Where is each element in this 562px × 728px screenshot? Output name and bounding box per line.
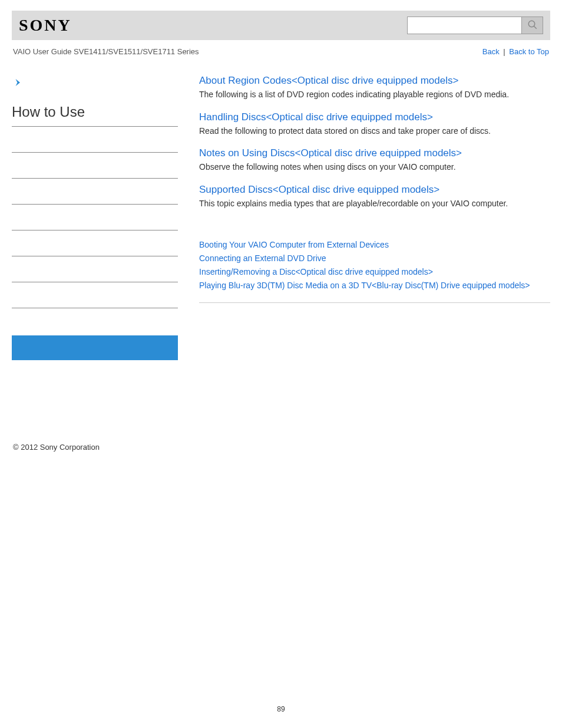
search-icon — [527, 19, 538, 32]
back-link[interactable]: Back — [482, 47, 500, 56]
content: About Region Codes<Optical disc drive eq… — [189, 75, 550, 360]
topic-desc: Observe the following notes when using d… — [199, 162, 550, 173]
sidebar-item[interactable] — [12, 282, 178, 308]
main-area: How to Use About Region Codes<Optical di… — [12, 58, 550, 360]
sidebar-item[interactable] — [12, 205, 178, 230]
related-link[interactable]: Inserting/Removing a Disc<Optical disc d… — [199, 266, 550, 278]
guide-title: VAIO User Guide SVE1411/SVE1511/SVE1711 … — [13, 47, 199, 56]
sidebar-item[interactable] — [12, 179, 178, 205]
search-area — [407, 17, 543, 34]
related-links: Booting Your VAIO Computer from External… — [199, 239, 550, 292]
topic: About Region Codes<Optical disc drive eq… — [199, 75, 550, 101]
page-number: 89 — [12, 705, 550, 725]
topic: Notes on Using Discs<Optical disc drive … — [199, 147, 550, 173]
search-input[interactable] — [407, 17, 522, 34]
separator: | — [503, 47, 505, 56]
sidebar: How to Use — [12, 75, 189, 360]
search-button[interactable] — [522, 17, 543, 34]
chevron-right-icon[interactable] — [13, 77, 178, 90]
topic-desc: This topic explains media types that are… — [199, 198, 550, 210]
topic-title-link[interactable]: Notes on Using Discs<Optical disc drive … — [199, 147, 462, 159]
topic-title-link[interactable]: Handling Discs<Optical disc drive equipp… — [199, 111, 433, 123]
footer: © 2012 Sony Corporation — [12, 443, 550, 452]
related-link[interactable]: Booting Your VAIO Computer from External… — [199, 239, 550, 251]
sidebar-highlight[interactable] — [12, 335, 178, 360]
copyright: © 2012 Sony Corporation — [13, 443, 100, 452]
topic: Supported Discs<Optical disc drive equip… — [199, 184, 550, 210]
content-divider — [199, 302, 550, 303]
related-link[interactable]: Connecting an External DVD Drive — [199, 252, 550, 265]
topic-title-link[interactable]: About Region Codes<Optical disc drive eq… — [199, 75, 458, 87]
sidebar-item[interactable] — [12, 153, 178, 179]
svg-point-0 — [528, 21, 535, 27]
sub-header: VAIO User Guide SVE1411/SVE1511/SVE1711 … — [12, 40, 550, 58]
sidebar-item[interactable] — [12, 230, 178, 256]
related-link[interactable]: Playing Blu-ray 3D(TM) Disc Media on a 3… — [199, 279, 550, 292]
back-to-top-link[interactable]: Back to Top — [509, 47, 549, 56]
sidebar-item[interactable] — [12, 127, 178, 153]
topic-desc: Read the following to protect data store… — [199, 126, 550, 137]
topic-title-link[interactable]: Supported Discs<Optical disc drive equip… — [199, 184, 439, 196]
header-bar: SONY — [12, 11, 550, 40]
topic: Handling Discs<Optical disc drive equipp… — [199, 111, 550, 137]
svg-line-1 — [534, 26, 537, 29]
sidebar-title: How to Use — [12, 100, 178, 127]
nav-links: Back | Back to Top — [482, 47, 549, 56]
sony-logo: SONY — [19, 16, 72, 35]
topic-desc: The following is a list of DVD region co… — [199, 89, 550, 101]
sidebar-item[interactable] — [12, 256, 178, 282]
